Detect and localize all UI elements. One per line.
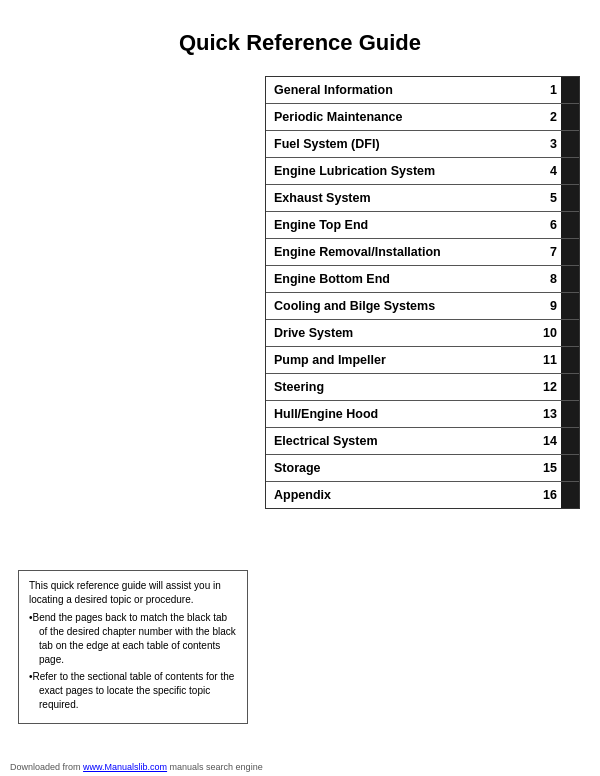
toc-number: 2	[533, 110, 561, 124]
toc-number: 14	[533, 434, 561, 448]
toc-number: 13	[533, 407, 561, 421]
toc-row[interactable]: Periodic Maintenance2	[266, 104, 579, 131]
toc-row[interactable]: Engine Bottom End8	[266, 266, 579, 293]
toc-row[interactable]: General Information1	[266, 77, 579, 104]
toc-row[interactable]: Engine Top End6	[266, 212, 579, 239]
toc-row[interactable]: Appendix16	[266, 482, 579, 508]
toc-number: 16	[533, 488, 561, 502]
toc-label: Storage	[266, 457, 533, 479]
toc-row[interactable]: Fuel System (DFI)3	[266, 131, 579, 158]
toc-black-tab	[561, 185, 579, 211]
toc-number: 9	[533, 299, 561, 313]
toc-label: Exhaust System	[266, 187, 533, 209]
toc-black-tab	[561, 131, 579, 157]
toc-black-tab	[561, 293, 579, 319]
toc-label: General Information	[266, 79, 533, 101]
footer: Downloaded from www.Manualslib.com manua…	[10, 762, 263, 772]
toc-row[interactable]: Steering12	[266, 374, 579, 401]
toc-row[interactable]: Drive System10	[266, 320, 579, 347]
toc-label: Pump and Impeller	[266, 349, 533, 371]
toc-label: Engine Removal/Installation	[266, 241, 533, 263]
toc-number: 3	[533, 137, 561, 151]
toc-black-tab	[561, 266, 579, 292]
toc-black-tab	[561, 104, 579, 130]
footer-prefix: Downloaded from	[10, 762, 83, 772]
toc-container: General Information1Periodic Maintenance…	[265, 76, 580, 509]
toc-black-tab	[561, 347, 579, 373]
toc-label: Fuel System (DFI)	[266, 133, 533, 155]
info-box: This quick reference guide will assist y…	[18, 570, 248, 724]
toc-label: Engine Top End	[266, 214, 533, 236]
toc-number: 7	[533, 245, 561, 259]
toc-number: 12	[533, 380, 561, 394]
toc-number: 6	[533, 218, 561, 232]
toc-label: Engine Bottom End	[266, 268, 533, 290]
toc-black-tab	[561, 455, 579, 481]
toc-row[interactable]: Exhaust System5	[266, 185, 579, 212]
toc-row[interactable]: Cooling and Bilge Systems9	[266, 293, 579, 320]
toc-row[interactable]: Engine Removal/Installation7	[266, 239, 579, 266]
toc-black-tab	[561, 320, 579, 346]
toc-black-tab	[561, 428, 579, 454]
page-title: Quick Reference Guide	[0, 0, 600, 76]
toc-row[interactable]: Hull/Engine Hood13	[266, 401, 579, 428]
toc-number: 4	[533, 164, 561, 178]
toc-label: Appendix	[266, 484, 533, 506]
toc-black-tab	[561, 482, 579, 508]
toc-label: Steering	[266, 376, 533, 398]
toc-black-tab	[561, 212, 579, 238]
toc-row[interactable]: Engine Lubrication System4	[266, 158, 579, 185]
toc-black-tab	[561, 77, 579, 103]
info-bullet-1: •Bend the pages back to match the black …	[29, 611, 237, 667]
footer-suffix: manuals search engine	[167, 762, 263, 772]
toc-black-tab	[561, 239, 579, 265]
toc-label: Drive System	[266, 322, 533, 344]
toc-number: 1	[533, 83, 561, 97]
toc-black-tab	[561, 158, 579, 184]
toc-label: Cooling and Bilge Systems	[266, 295, 533, 317]
toc-number: 5	[533, 191, 561, 205]
info-bullet-2: •Refer to the sectional table of content…	[29, 670, 237, 712]
toc-number: 15	[533, 461, 561, 475]
toc-row[interactable]: Pump and Impeller11	[266, 347, 579, 374]
toc-label: Hull/Engine Hood	[266, 403, 533, 425]
toc-number: 11	[533, 353, 561, 367]
toc-label: Electrical System	[266, 430, 533, 452]
toc-black-tab	[561, 374, 579, 400]
toc-row[interactable]: Electrical System14	[266, 428, 579, 455]
toc-row[interactable]: Storage15	[266, 455, 579, 482]
footer-link[interactable]: www.Manualslib.com	[83, 762, 167, 772]
toc-number: 10	[533, 326, 561, 340]
toc-black-tab	[561, 401, 579, 427]
toc-label: Periodic Maintenance	[266, 106, 533, 128]
info-text-1: This quick reference guide will assist y…	[29, 579, 237, 607]
toc-label: Engine Lubrication System	[266, 160, 533, 182]
toc-number: 8	[533, 272, 561, 286]
